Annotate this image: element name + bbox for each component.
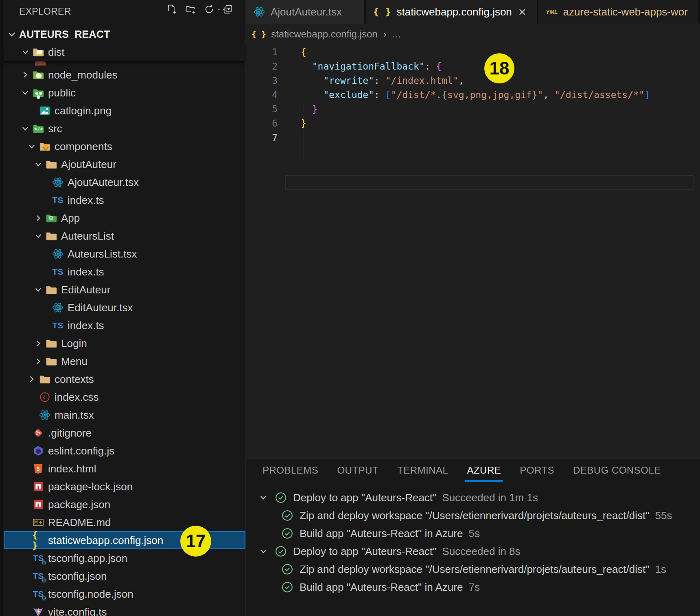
tree-item-main-tsx[interactable]: main.tsx — [4, 406, 245, 424]
tree-item-contexts[interactable]: contexts — [4, 370, 245, 388]
tree-item-readme-md[interactable]: README.md — [4, 513, 245, 531]
tree-item-tsconfig-json[interactable]: TS⚙tsconfig.json — [4, 567, 245, 585]
tree-item-tsconfig-node-json[interactable]: TS⚙tsconfig.node.json — [4, 585, 245, 603]
tree-item-catlogin-png[interactable]: catlogin.png — [4, 102, 245, 120]
tree-item-index-ts[interactable]: TSindex.ts — [4, 263, 245, 281]
azure-log-row[interactable]: Zip and deploy workspace "/Users/etienne… — [246, 507, 700, 524]
tree-item-index-ts[interactable]: TSindex.ts — [4, 191, 245, 209]
code-line-4[interactable]: 4 "exclude": ["/dist/*.{svg,png,jpg,gif}… — [246, 87, 700, 102]
tree-item-editauteur[interactable]: EditAuteur — [4, 281, 245, 299]
azure-log-row[interactable]: Zip and deploy workspace "/Users/etienne… — [246, 560, 700, 578]
panel-tab-ports[interactable]: PORTS — [520, 465, 554, 482]
breadcrumb-file[interactable]: staticwebapp.config.json — [271, 28, 378, 40]
panel-tab-output[interactable]: OUTPUT — [337, 465, 378, 482]
tree-item-auteurslist-tsx[interactable]: AuteursList.tsx — [4, 245, 245, 263]
code-line-7[interactable]: 7 — [246, 130, 700, 144]
tree-item-menu[interactable]: Menu — [4, 352, 245, 370]
tree-item-ajoutauteur[interactable]: AjoutAuteur — [4, 155, 245, 173]
tree-item-package-lock-json[interactable]: package-lock.json — [4, 478, 245, 496]
tree-item--gitignore[interactable]: .gitignore — [4, 424, 245, 442]
collapse-folders-icon[interactable] — [222, 4, 234, 15]
tree-item-dist[interactable]: dist — [4, 43, 245, 61]
code-line-6[interactable]: 6} — [246, 116, 700, 130]
code-line-2[interactable]: 2 "navigationFallback": { — [246, 59, 700, 73]
refresh-icon[interactable] — [203, 4, 215, 15]
azure-log-row[interactable]: Deploy to app "Auteurs-React"Succeeded i… — [246, 489, 700, 507]
new-folder-icon[interactable] — [185, 4, 196, 15]
tree-item-eslint-config-js[interactable]: eslint.config.js — [4, 442, 245, 460]
tree-item-index-css[interactable]: index.css — [4, 388, 245, 406]
new-file-icon[interactable] — [166, 4, 177, 15]
line-number: 5 — [246, 104, 278, 114]
chevron-collapsed-icon[interactable] — [31, 352, 45, 370]
chevron-expanded-icon[interactable] — [258, 493, 269, 502]
chevron-expanded-icon[interactable] — [31, 227, 45, 245]
chevron-expanded-icon[interactable] — [18, 43, 32, 61]
chevron-collapsed-icon[interactable] — [31, 334, 45, 352]
chevron-placeholder — [38, 317, 52, 334]
react-icon — [39, 409, 51, 421]
tree-item-index-html[interactable]: 5index.html — [4, 460, 245, 478]
folder-node-modules-icon — [32, 69, 44, 81]
code-editor[interactable]: 1{2 "navigationFallback": {3 "rewrite": … — [246, 45, 700, 144]
tree-item-editauteur-tsx[interactable]: EditAuteur.tsx — [4, 299, 245, 317]
tab-staticwebapp-config-json[interactable]: { } staticwebapp.config.json × — [366, 0, 538, 24]
chevron-collapsed-icon[interactable] — [18, 66, 32, 84]
tree-item-node-modules[interactable]: node_modules — [4, 66, 245, 84]
tab-ajoutauteur-tsx[interactable]: AjoutAuteur.tsx — [246, 0, 366, 24]
close-icon[interactable]: × — [518, 5, 526, 18]
breadcrumb-more[interactable]: … — [392, 28, 401, 40]
chevron-collapsed-icon[interactable] — [31, 209, 45, 227]
partially-scrolled-item — [35, 61, 46, 66]
chevron-expanded-icon[interactable] — [258, 547, 269, 556]
panel-tab-debug-console[interactable]: DEBUG CONSOLE — [573, 465, 661, 482]
tree-item-vite-config-ts[interactable]: vite.config.ts — [4, 603, 245, 616]
tree-item-ajoutauteur-tsx[interactable]: AjoutAuteur.tsx — [4, 173, 245, 191]
tree-item-label: tsconfig.node.json — [48, 588, 133, 601]
tree-item-index-ts[interactable]: TSindex.ts — [4, 317, 245, 334]
tree-item-package-json[interactable]: package.json — [4, 496, 245, 513]
azure-log-row[interactable]: Build app "Auteurs-React" in Azure7s — [246, 578, 700, 596]
code-line-1[interactable]: 1{ — [246, 45, 700, 59]
chevron-expanded-icon[interactable] — [18, 120, 32, 138]
code-line-3[interactable]: 3 "rewrite": "/index.html", — [246, 73, 700, 87]
tab-azure-static-web-apps-workflow[interactable]: YML azure-static-web-apps-wor — [538, 0, 700, 24]
npm-icon — [32, 498, 44, 511]
chevron-expanded-icon[interactable] — [31, 281, 45, 299]
react-icon — [253, 6, 265, 18]
log-row-status: 1s — [655, 563, 666, 576]
tree-item-label: package.json — [48, 498, 110, 511]
tree-item-label: index.ts — [68, 266, 104, 278]
tree-item-tsconfig-app-json[interactable]: TS⚙tsconfig.app.json — [4, 549, 245, 567]
azure-log-row[interactable]: Deploy to app "Auteurs-React"Succeeded i… — [246, 542, 700, 560]
chevron-expanded-icon[interactable] — [31, 155, 45, 173]
tree-item-label: AuteursList — [61, 230, 114, 242]
tree-item-components[interactable]: components — [4, 138, 245, 155]
panel-tab-azure[interactable]: AZURE — [467, 465, 501, 482]
tree-item-login[interactable]: Login — [4, 334, 245, 352]
panel-tab-problems[interactable]: PROBLEMS — [262, 465, 318, 482]
folder-src-icon: </> — [32, 122, 44, 135]
chevron-expanded-icon[interactable] — [25, 138, 39, 155]
breadcrumb[interactable]: { } staticwebapp.config.json › … — [246, 24, 700, 45]
bottom-panel: PROBLEMSOUTPUTTERMINALAZUREPORTSDEBUG CO… — [246, 459, 700, 616]
panel-tab-terminal[interactable]: TERMINAL — [397, 465, 448, 482]
breadcrumb-separator: › — [383, 28, 387, 40]
azure-log-row[interactable]: Build app "Auteurs-React" in Azure5s — [246, 524, 700, 542]
tree-item-src[interactable]: </>src — [4, 120, 245, 138]
tree-item-dist-sticky[interactable]: dist — [4, 43, 245, 61]
annotation-step-18: 18 — [484, 53, 514, 83]
explorer-sidebar: EXPLORER ··· AUTEURS_REACT dist node_mod… — [0, 0, 245, 616]
chevron-expanded-icon[interactable] — [18, 84, 32, 102]
html5-icon: 5 — [32, 463, 44, 475]
tree-item-app[interactable]: ⚙App — [4, 209, 245, 227]
folder-dist-icon — [32, 46, 44, 58]
log-row-status: 5s — [468, 527, 479, 540]
folder-icon — [45, 337, 57, 350]
chevron-collapsed-icon[interactable] — [25, 370, 39, 388]
workspace-section-header[interactable]: AUTEURS_REACT — [3, 25, 245, 43]
tree-item-auteurslist[interactable]: AuteursList — [4, 227, 245, 245]
code-line-5[interactable]: 5 } — [246, 102, 700, 116]
tree-item-public[interactable]: public — [4, 84, 245, 102]
tree-item-label: EditAuteur — [61, 284, 110, 296]
